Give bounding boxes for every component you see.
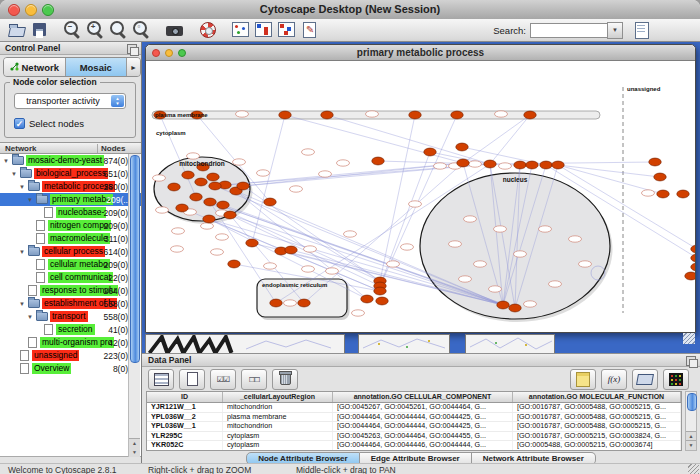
background-window-thumbnail[interactable] — [465, 334, 555, 353]
tree-column-nodes[interactable]: Nodes — [97, 144, 125, 153]
background-window-thumbnail[interactable] — [145, 334, 345, 353]
notes-icon[interactable] — [570, 369, 596, 390]
network-node[interactable] — [195, 178, 207, 186]
network-node[interactable] — [182, 171, 194, 179]
network-node[interactable] — [649, 158, 661, 166]
annotation-icon[interactable] — [299, 20, 322, 40]
network-node[interactable] — [514, 161, 526, 169]
network-window-resize-grip[interactable] — [683, 333, 695, 344]
network-node[interactable] — [677, 190, 689, 198]
network-node[interactable] — [337, 160, 350, 166]
network-node[interactable] — [326, 268, 339, 274]
tree-row[interactable]: Overview8(0) — [0, 362, 141, 375]
save-icon[interactable] — [29, 20, 52, 40]
column-header[interactable]: annotation.GO MOLECULAR_FUNCTION — [513, 392, 681, 402]
open-icon[interactable] — [6, 20, 29, 40]
open-attributes-icon[interactable] — [632, 369, 658, 390]
network-node[interactable] — [246, 239, 258, 247]
network-node[interactable] — [569, 236, 582, 242]
network-node[interactable] — [524, 301, 537, 307]
tree-scrollbar-buttons[interactable]: ▲▼ — [129, 438, 140, 457]
network-node[interactable] — [409, 201, 422, 207]
column-header[interactable]: annotation.GO CELLULAR_COMPONENT — [333, 392, 513, 402]
network-node[interactable] — [285, 246, 297, 254]
network-canvas[interactable]: plasma membranecytoplasmmitochondrionnuc… — [146, 61, 695, 332]
network-node[interactable] — [224, 211, 236, 219]
tree-row[interactable]: ▼mosaic-demo-yeast874(0) — [0, 154, 141, 167]
network-node[interactable] — [236, 111, 249, 117]
expander-icon[interactable]: ▼ — [26, 314, 34, 320]
network-node[interactable] — [424, 148, 436, 156]
table-row[interactable]: YPL036W__2plasma membrane[GO:0044464, GO… — [147, 413, 681, 423]
network-node[interactable] — [526, 161, 538, 169]
network-node[interactable] — [233, 159, 246, 165]
window-resize-grip[interactable] — [688, 464, 699, 474]
deselect-attributes-icon[interactable]: ☐☐ — [241, 369, 267, 390]
network-node[interactable] — [484, 160, 496, 168]
network-node[interactable] — [279, 111, 291, 119]
network-node[interactable] — [284, 300, 297, 306]
network-node[interactable] — [657, 190, 669, 198]
tree-row[interactable]: ▼establishment of lo558(0) — [0, 297, 141, 310]
network-node[interactable] — [495, 111, 508, 117]
attribute-table-header[interactable]: ID_cellularLayoutRegionannotation.GO CEL… — [147, 392, 681, 403]
zoom-out-icon[interactable]: − — [62, 20, 85, 40]
network-node[interactable] — [204, 198, 216, 206]
help-icon[interactable] — [197, 20, 220, 40]
expander-icon[interactable]: ▼ — [26, 197, 34, 203]
expander-icon[interactable]: ▼ — [18, 184, 26, 190]
network-node[interactable] — [434, 163, 447, 169]
network-node[interactable] — [691, 245, 695, 253]
expander-icon[interactable]: ▼ — [2, 158, 10, 164]
network-node[interactable] — [228, 260, 240, 268]
network-node[interactable] — [201, 223, 214, 229]
window-titlebar[interactable]: Cytoscape Desktop (New Session) — [0, 0, 700, 20]
network-node[interactable] — [190, 193, 202, 201]
tree-row[interactable]: nucleobase-209(0) — [0, 206, 141, 219]
snapshot-icon[interactable] — [164, 20, 187, 40]
network-node[interactable] — [401, 244, 414, 250]
network-node[interactable] — [540, 161, 552, 169]
network-node[interactable] — [451, 111, 463, 119]
tree-scrollbar-thumb[interactable] — [130, 155, 140, 363]
tree-row[interactable]: unassigned223(0) — [0, 349, 141, 362]
network-node[interactable] — [302, 149, 315, 155]
network-node[interactable] — [474, 261, 487, 267]
tree-row[interactable]: cellular metabo209(0) — [0, 258, 141, 271]
table-scrollbar-thumb[interactable] — [687, 393, 697, 411]
network-node[interactable] — [374, 287, 386, 295]
delete-attribute-icon[interactable] — [272, 369, 298, 390]
tree-row[interactable]: cell communicat22(0) — [0, 271, 141, 284]
vizmap-node-icon[interactable] — [253, 20, 276, 40]
network-node[interactable] — [691, 263, 695, 271]
network-node[interactable] — [459, 276, 472, 282]
network-node[interactable] — [497, 301, 509, 309]
network-node[interactable] — [264, 263, 277, 269]
tree-row[interactable]: multi-organism pro42(0) — [0, 336, 141, 349]
network-node[interactable] — [494, 226, 507, 232]
network-node[interactable] — [156, 207, 169, 213]
network-node[interactable] — [257, 170, 270, 176]
tree-row[interactable]: response to stimulu264(0) — [0, 284, 141, 297]
float-panel-icon[interactable] — [127, 44, 137, 54]
background-window-thumbnail[interactable] — [358, 334, 450, 353]
network-node[interactable] — [237, 182, 249, 190]
network-node[interactable] — [499, 163, 512, 169]
vizmap-edge-icon[interactable] — [276, 20, 299, 40]
table-scrollbar[interactable]: ▲ ▼ — [685, 391, 697, 451]
expander-icon[interactable]: ▼ — [18, 249, 26, 255]
table-row[interactable]: YPL036W__1mitochondrion[GO:0044464, GO:0… — [147, 422, 681, 432]
network-node[interactable] — [153, 175, 166, 181]
network-node[interactable] — [387, 261, 400, 267]
network-node[interactable] — [171, 246, 184, 252]
network-node[interactable] — [168, 183, 180, 191]
network-node[interactable] — [514, 251, 527, 257]
tree-row[interactable]: ▼metabolic process280(0) — [0, 180, 141, 193]
tree-row[interactable]: secretion41(0) — [0, 323, 141, 336]
column-header[interactable]: _cellularLayoutRegion — [223, 392, 333, 402]
tree-row[interactable]: ▼cellular process614(0) — [0, 245, 141, 258]
search-input[interactable] — [530, 23, 607, 38]
search-dropdown-button[interactable]: ▼ — [607, 22, 623, 39]
network-node[interactable] — [352, 310, 365, 316]
network-node[interactable] — [290, 186, 303, 192]
